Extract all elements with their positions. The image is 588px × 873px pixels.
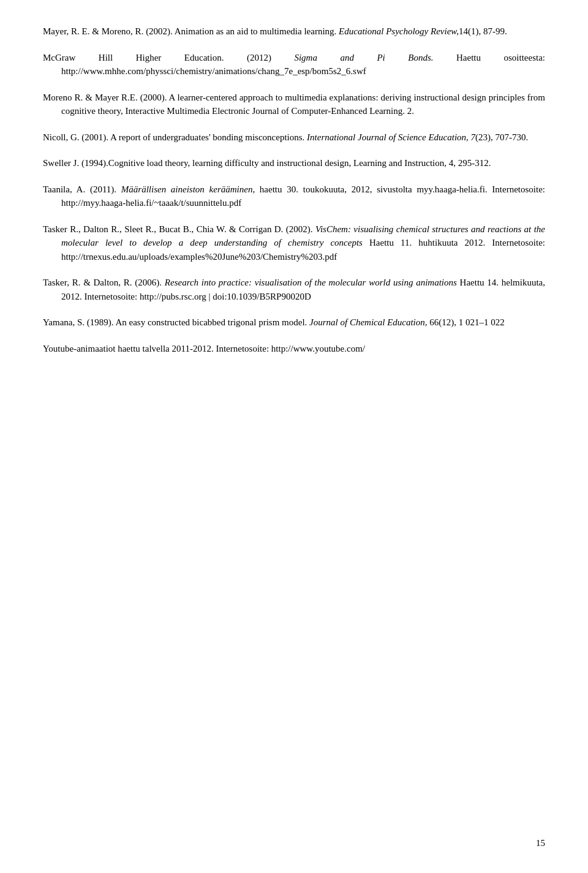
ref7-text: Tasker R., Dalton R., Sleet R., Bucat B.… [43, 224, 315, 234]
reference-5: Sweller J. (1994).Cognitive load theory,… [43, 156, 545, 170]
reference-7: Tasker R., Dalton R., Sleet R., Bucat B.… [43, 222, 545, 264]
ref10-text: Youtube-animaatiot haettu talvella 2011-… [43, 344, 365, 353]
ref2-italic: Sigma and Pi Bonds. [294, 53, 433, 62]
page-number: 15 [536, 838, 545, 848]
ref1-rest: 14(1), 87-99. [459, 26, 507, 36]
reference-4: Nicoll, G. (2001). A report of undergrad… [43, 130, 545, 145]
ref9-text: Yamana, S. (1989). An easy constructed b… [43, 317, 309, 327]
reference-8: Tasker, R. & Dalton, R. (2006). Research… [43, 276, 545, 303]
ref9-italic: Journal of Chemical Education, [309, 317, 427, 327]
reference-1: Mayer, R. E. & Moreno, R. (2002). Animat… [43, 25, 545, 39]
ref5-text: Sweller J. (1994).Cognitive load theory,… [43, 158, 491, 168]
page-container: Mayer, R. E. & Moreno, R. (2002). Animat… [0, 0, 588, 873]
reference-2: McGraw Hill Higher Education. (2012) Sig… [43, 51, 545, 78]
ref8-italic: Research into practice: visualisation of… [165, 278, 457, 287]
ref1-text: Mayer, R. E. & Moreno, R. (2002). Animat… [43, 26, 339, 36]
ref2-text: McGraw Hill Higher Education. (2012) [43, 53, 294, 62]
ref4-rest: (23), 707-730. [475, 132, 528, 142]
reference-9: Yamana, S. (1989). An easy constructed b… [43, 316, 545, 330]
ref3-text: Moreno R. & Mayer R.E. (2000). A learner… [43, 93, 545, 116]
ref6-text: Taanila, A. (2011). [43, 184, 121, 194]
ref4-text: Nicoll, G. (2001). A report of undergrad… [43, 132, 307, 142]
reference-3: Moreno R. & Mayer R.E. (2000). A learner… [43, 91, 545, 118]
ref8-text: Tasker, R. & Dalton, R. (2006). [43, 278, 165, 287]
ref4-italic: International Journal of Science Educati… [307, 132, 475, 142]
reference-6: Taanila, A. (2011). Määrällisen aineisto… [43, 183, 545, 210]
ref1-italic: Educational Psychology Review, [339, 26, 459, 36]
ref6-italic: Määrällisen aineiston kerääminen, [121, 184, 255, 194]
reference-10: Youtube-animaatiot haettu talvella 2011-… [43, 342, 545, 356]
ref9-rest: 66(12), 1 021–1 022 [428, 317, 505, 327]
